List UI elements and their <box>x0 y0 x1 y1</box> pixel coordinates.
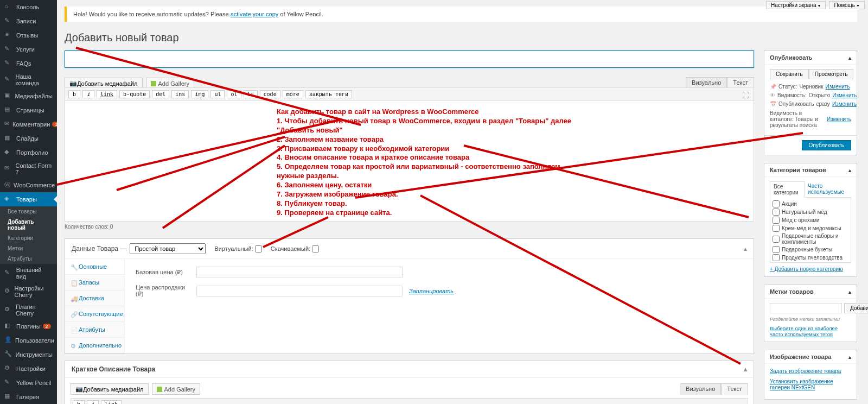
category-item[interactable]: Продукты пчеловодства <box>773 254 848 262</box>
tb-link[interactable]: link <box>97 90 117 98</box>
menu-cherry-settings[interactable]: ⚙Настройки Cherry <box>0 282 57 301</box>
activate-link[interactable]: activate your copy <box>231 11 279 17</box>
pd-tab-inventory[interactable]: 📋Запасы <box>65 275 124 291</box>
panel-toggle-icon[interactable]: ▴ <box>744 245 747 252</box>
tb-close-tags[interactable]: закрыть теги <box>305 90 352 98</box>
tb-ins[interactable]: ins <box>171 90 189 98</box>
sd-text-tab[interactable]: Текст <box>721 383 748 395</box>
menu-gallery[interactable]: ▦Галерея <box>0 390 57 404</box>
visual-tab[interactable]: Визуально <box>686 77 727 87</box>
menu-appearance[interactable]: ✎Внешний вид <box>0 264 57 282</box>
fullscreen-icon[interactable]: ⛶ <box>742 91 749 99</box>
tb-i[interactable]: i <box>82 90 94 98</box>
sd-add-media-button[interactable]: 📷 Добавить медиафайл <box>71 383 149 395</box>
panel-toggle-icon[interactable]: ▴ <box>744 365 747 373</box>
category-checkbox[interactable] <box>773 225 780 232</box>
schedule-link[interactable]: Запланировать <box>409 288 454 294</box>
sd-add-gallery-button[interactable]: Add Gallery <box>152 383 200 395</box>
publish-button[interactable]: Опубликовать <box>802 140 851 150</box>
menu-comments[interactable]: ✉Комментарии1 <box>0 117 57 131</box>
tb-b[interactable]: b <box>68 90 80 98</box>
menu-reviews[interactable]: ★Отзывы <box>0 28 57 42</box>
add-category-link[interactable]: + Добавить новую категорию <box>770 266 851 272</box>
regular-price-input[interactable] <box>196 267 403 277</box>
toggle-icon[interactable]: ▴ <box>848 55 851 61</box>
set-nextgen-link[interactable]: Установить изображение галереи NExtGEN <box>770 378 851 390</box>
tag-input[interactable] <box>770 303 842 313</box>
tb-code[interactable]: code <box>260 90 280 98</box>
menu-yellow-pencil[interactable]: ✎Yellow Pencil <box>0 376 57 390</box>
edit-status-link[interactable]: Изменить <box>826 84 850 90</box>
preview-button[interactable]: Просмотреть <box>809 69 854 79</box>
menu-faqs[interactable]: ✎FAQs <box>0 56 57 71</box>
toggle-icon[interactable]: ▴ <box>848 354 851 360</box>
help-button[interactable]: Помощь▼ <box>829 1 865 9</box>
submenu-tags[interactable]: Метки <box>0 243 57 254</box>
menu-woocommerce[interactable]: ⓦWooCommerce <box>0 178 57 192</box>
menu-users[interactable]: 👤Пользователи <box>0 333 57 348</box>
category-item[interactable]: Мёд с орехами <box>773 216 848 224</box>
menu-team[interactable]: ✎Наша команда <box>0 71 57 89</box>
toggle-icon[interactable]: ▴ <box>848 289 851 295</box>
sd-visual-tab[interactable]: Визуально <box>680 383 721 395</box>
category-checkbox[interactable] <box>773 209 780 216</box>
popular-tags-link[interactable]: Выберите один из наиболее часто использу… <box>770 325 838 337</box>
tb-li[interactable]: li <box>244 90 258 98</box>
submenu-attributes[interactable]: Атрибуты <box>0 254 57 264</box>
pd-tab-linked[interactable]: 🔗Сопутствующие <box>65 306 124 322</box>
edit-date-link[interactable]: Изменить <box>832 101 857 107</box>
screen-options-button[interactable]: Настройки экрана▼ <box>766 1 826 9</box>
tb-more[interactable]: more <box>283 90 303 98</box>
menu-services[interactable]: ✎Услуги <box>0 42 57 56</box>
pd-tab-advanced[interactable]: ⚙Дополнительно <box>65 338 124 354</box>
add-tag-button[interactable]: Добавить <box>844 303 868 313</box>
menu-cf7[interactable]: ✉Contact Form 7 <box>0 160 57 178</box>
category-checkbox[interactable] <box>773 246 780 253</box>
category-checkbox[interactable] <box>773 200 780 207</box>
freq-categories-tab[interactable]: Часто используемые <box>805 181 851 197</box>
category-item[interactable]: Подарочные наборы и комплименты <box>773 232 848 245</box>
menu-products[interactable]: ◈Товары <box>0 192 57 206</box>
pd-tab-shipping[interactable]: 🚚Доставка <box>65 291 124 306</box>
menu-posts[interactable]: ✎Записи <box>0 14 57 28</box>
text-tab[interactable]: Текст <box>727 77 754 88</box>
category-checkbox[interactable] <box>773 254 780 261</box>
sd-tb-link[interactable]: link <box>101 400 122 404</box>
category-item[interactable]: Крем-мёд и медомиксы <box>773 224 848 232</box>
submenu-categories[interactable]: Категории <box>0 233 57 243</box>
edit-visibility-link[interactable]: Изменить <box>832 92 857 98</box>
downloadable-checkbox[interactable] <box>312 245 319 252</box>
all-categories-tab[interactable]: Все категории <box>770 181 805 198</box>
editor-canvas[interactable]: Как добавить товар в сайт на Wordpress в… <box>65 101 754 222</box>
category-item[interactable]: Акции <box>773 200 848 208</box>
menu-cherry-plugin[interactable]: ⚙Плагин Cherry <box>0 301 57 319</box>
menu-settings[interactable]: ⚙Настройки <box>0 362 57 376</box>
product-type-select[interactable]: Простой товар <box>130 243 206 254</box>
sd-tb-b[interactable]: b <box>73 400 85 404</box>
menu-slides[interactable]: ▦Слайды <box>0 131 57 146</box>
submenu-all-products[interactable]: Все товары <box>0 206 57 217</box>
pd-tab-general[interactable]: 🔧Основные <box>65 259 124 275</box>
product-title-input[interactable] <box>65 50 754 68</box>
category-checkbox[interactable] <box>773 217 780 224</box>
tb-quote[interactable]: b-quote <box>119 90 150 98</box>
set-image-link[interactable]: Задать изображение товара <box>770 368 851 374</box>
menu-media[interactable]: ▣Медиафайлы <box>0 89 57 103</box>
menu-plugins[interactable]: ◧Плагины2 <box>0 319 57 333</box>
menu-console[interactable]: ⌂Консоль <box>0 0 57 14</box>
menu-tools[interactable]: 🔧Инструменты <box>0 348 57 362</box>
save-draft-button[interactable]: Сохранить <box>770 69 809 79</box>
tb-del[interactable]: del <box>152 90 169 98</box>
toggle-icon[interactable]: ▴ <box>848 167 851 173</box>
pd-tab-attributes[interactable]: 📄Атрибуты <box>65 322 124 338</box>
virtual-checkbox[interactable] <box>255 245 262 252</box>
edit-catalog-link[interactable]: Изменить <box>827 116 851 122</box>
tb-img[interactable]: img <box>191 90 208 98</box>
tb-ol[interactable]: ol <box>227 90 241 98</box>
sale-price-input[interactable] <box>196 286 403 296</box>
category-item[interactable]: Натуральный мёд <box>773 208 848 216</box>
menu-pages[interactable]: ▤Страницы <box>0 103 57 117</box>
sd-tb-i[interactable]: i <box>87 400 99 404</box>
category-checkbox[interactable] <box>773 236 780 243</box>
category-item[interactable]: Подарочные букеты <box>773 245 848 254</box>
